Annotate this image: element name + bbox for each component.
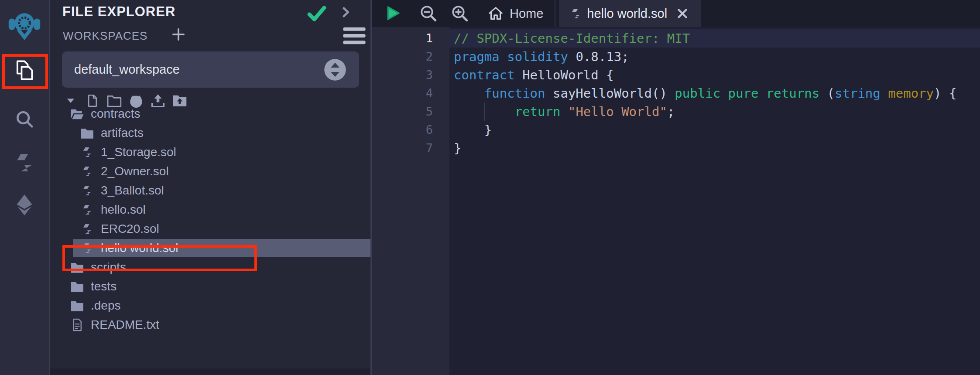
tab-label: Home bbox=[510, 7, 543, 21]
sol-file-icon bbox=[571, 7, 581, 20]
workspace-name: default_workspace bbox=[74, 62, 180, 77]
tree-item-readme-txt[interactable]: README.txt bbox=[50, 315, 370, 334]
line-number: 5 bbox=[372, 102, 449, 121]
tree-item-erc20-sol[interactable]: ERC20.sol bbox=[50, 219, 370, 239]
tree-item-label: 1_Storage.sol bbox=[101, 145, 176, 159]
sol-file-icon bbox=[80, 164, 95, 179]
sol-file-icon bbox=[80, 241, 95, 256]
sol-file-icon bbox=[80, 202, 95, 217]
tree-item-label: tests bbox=[91, 280, 117, 293]
add-workspace-button[interactable] bbox=[171, 27, 186, 44]
search-icon bbox=[14, 109, 34, 129]
tree-item-1-storage-sol[interactable]: 1_Storage.sol bbox=[50, 143, 370, 162]
folder-icon bbox=[70, 260, 85, 275]
code-line: pragma solidity 0.8.13; bbox=[449, 48, 980, 66]
folder-open-icon bbox=[70, 106, 85, 121]
sol-file-icon bbox=[80, 183, 95, 198]
tree-item-hello-world-sol[interactable]: hello world.sol bbox=[50, 239, 370, 258]
tree-item-label: artifacts bbox=[101, 126, 144, 140]
rail-item-deploy-and-run[interactable] bbox=[0, 187, 49, 223]
folder-icon bbox=[70, 298, 85, 313]
folder-icon bbox=[80, 126, 95, 140]
code-area[interactable]: // SPDX-License-Identifier: MITpragma so… bbox=[449, 27, 980, 375]
tree-item-label: contracts bbox=[91, 107, 140, 121]
tree-item-label: scripts bbox=[91, 260, 126, 274]
tree-item-label: ERC20.sol bbox=[101, 222, 159, 236]
home-icon bbox=[488, 6, 504, 21]
zoom-in-icon bbox=[451, 4, 469, 23]
panel-title: FILE EXPLORER bbox=[62, 4, 175, 20]
line-number: 3 bbox=[372, 66, 449, 84]
code-line: // SPDX-License-Identifier: MIT bbox=[449, 29, 980, 48]
file-tree: contractsartifacts1_Storage.sol2_Owner.s… bbox=[50, 104, 370, 334]
chevron-right-icon[interactable] bbox=[338, 5, 353, 21]
file-explorer-panel: FILE EXPLORER WORKSPACES default_workspa… bbox=[50, 0, 370, 375]
tab-bar: Homehello world.sol bbox=[372, 0, 980, 27]
sol-file-icon bbox=[80, 222, 95, 236]
rail-item-solidity-compiler[interactable] bbox=[0, 145, 49, 181]
code-line: return "Hello World"; bbox=[449, 102, 980, 121]
line-number: 7 bbox=[372, 139, 449, 157]
play-icon bbox=[384, 5, 401, 22]
code-line: function sayHelloWorld() public pure ret… bbox=[449, 84, 980, 102]
indent-guide bbox=[484, 102, 485, 121]
tree-item-deps[interactable]: .deps bbox=[50, 296, 370, 315]
run-script-button[interactable] bbox=[380, 1, 405, 26]
tree-item-contracts[interactable]: contracts bbox=[50, 104, 370, 123]
workspace-sort-icon[interactable] bbox=[323, 58, 347, 82]
text-file-icon bbox=[70, 317, 85, 332]
workspace-menu-icon[interactable] bbox=[342, 27, 367, 47]
tab-separator bbox=[555, 0, 555, 27]
remix-logo[interactable] bbox=[0, 0, 49, 50]
panel-bottom-strip bbox=[50, 368, 370, 375]
folder-icon bbox=[70, 279, 85, 294]
tree-item-artifacts[interactable]: artifacts bbox=[50, 123, 370, 143]
remix-ide-window: FILE EXPLORER WORKSPACES default_workspa… bbox=[0, 0, 980, 375]
line-number: 6 bbox=[372, 121, 449, 139]
line-number: 1 bbox=[372, 29, 449, 48]
tree-item-label: README.txt bbox=[91, 318, 159, 332]
line-number: 4 bbox=[372, 84, 449, 102]
tree-item-label: hello.sol bbox=[101, 203, 146, 217]
rail-item-search[interactable] bbox=[0, 101, 49, 137]
file-explorer-icon bbox=[13, 59, 36, 82]
tree-item-scripts[interactable]: scripts bbox=[50, 258, 370, 277]
workspace-select[interactable]: default_workspace bbox=[62, 51, 359, 88]
code-line: } bbox=[449, 139, 980, 157]
tab-home[interactable]: Home bbox=[476, 0, 555, 27]
tree-item-label: .deps bbox=[91, 299, 121, 313]
code-line: } bbox=[449, 121, 980, 139]
line-number-gutter: 1234567 bbox=[372, 27, 449, 375]
zoom-in-button[interactable] bbox=[448, 1, 472, 26]
check-icon bbox=[307, 5, 327, 24]
tree-item-label: 2_Owner.sol bbox=[101, 164, 169, 178]
tree-item-label: hello world.sol bbox=[101, 241, 178, 255]
solidity-compiler-icon bbox=[16, 153, 33, 173]
tree-item-3-ballot-sol[interactable]: 3_Ballot.sol bbox=[50, 181, 370, 200]
zoom-out-button[interactable] bbox=[416, 1, 441, 26]
close-icon[interactable] bbox=[676, 7, 689, 20]
tree-item-2-owner-sol[interactable]: 2_Owner.sol bbox=[50, 162, 370, 181]
tab-label: hello world.sol bbox=[587, 7, 667, 21]
tab-hello-world-sol[interactable]: hello world.sol bbox=[559, 0, 701, 27]
line-number: 2 bbox=[372, 48, 449, 66]
code-line: contract HelloWorld { bbox=[449, 66, 980, 84]
icon-rail bbox=[0, 0, 50, 375]
rail-item-file-explorer[interactable] bbox=[0, 52, 49, 88]
sol-file-icon bbox=[80, 145, 95, 160]
deploy-and-run-icon bbox=[14, 194, 34, 216]
editor-body: 1234567 // SPDX-License-Identifier: MITp… bbox=[372, 27, 980, 375]
zoom-out-icon bbox=[419, 4, 438, 23]
workspaces-label: WORKSPACES bbox=[63, 29, 147, 43]
editor-area: Homehello world.sol 1234567 // SPDX-Lice… bbox=[370, 0, 980, 375]
tree-item-hello-sol[interactable]: hello.sol bbox=[50, 200, 370, 219]
tree-item-label: 3_Ballot.sol bbox=[101, 184, 164, 198]
tree-item-tests[interactable]: tests bbox=[50, 277, 370, 296]
